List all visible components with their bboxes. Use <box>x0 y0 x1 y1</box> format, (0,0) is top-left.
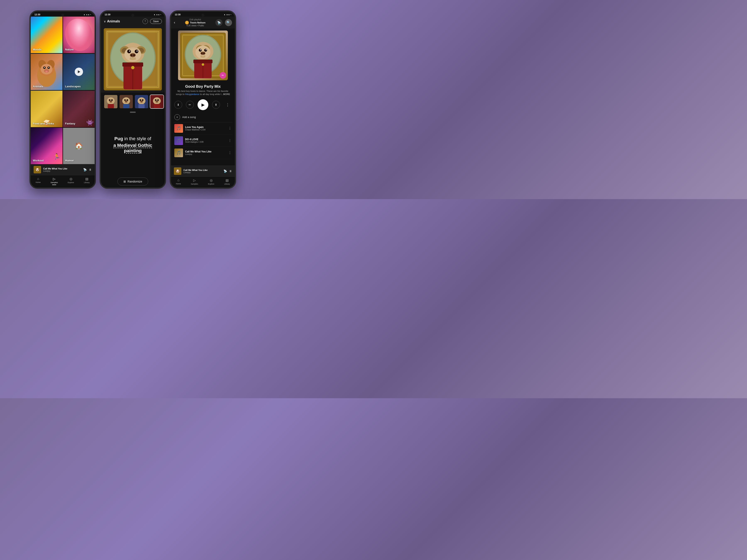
play-button[interactable]: ▶ <box>198 99 208 110</box>
mini-info-1: Call Me What You Like Lovejoy <box>43 167 81 172</box>
svg-point-83 <box>202 63 204 66</box>
home-icon-1: ⌂ <box>37 177 39 181</box>
grid-cell-nature[interactable]: Nature <box>63 17 95 53</box>
creator-avatar: T <box>185 21 189 25</box>
more-button[interactable]: ⋮ <box>224 101 232 109</box>
animals-label: Animals <box>33 85 43 88</box>
style-description: Pug in the style of a Medieval Gothic pa… <box>101 114 165 176</box>
mini-controls-3: 📡 ⏸ <box>224 169 232 173</box>
song-meta-3: Lovejoy <box>185 153 226 155</box>
randomize-label: Randomize <box>128 180 143 183</box>
svg-rect-42 <box>108 104 114 108</box>
chevron-down-icon[interactable]: ∨ <box>104 20 106 23</box>
edit-fab[interactable]: ✏ <box>220 72 226 79</box>
svg-point-8 <box>48 67 49 68</box>
song-more-1[interactable]: ⋮ <box>228 126 232 130</box>
humor-emoji: 🏠 <box>75 142 83 150</box>
playlist-description: My best boy loves to dance. These are hi… <box>174 89 232 96</box>
main-pug-container <box>101 26 165 92</box>
nav-explore-3[interactable]: ◎ Explore <box>208 178 214 185</box>
grid-cell-workout[interactable]: 🏃 Workout <box>31 128 62 164</box>
creator-meta: 4.1K views • Public <box>186 25 204 27</box>
song-row-1[interactable]: 🎵 Love You Again Chase Matthew • 2:54 ⋮ <box>174 123 232 135</box>
cast-icon-1[interactable]: 📡 <box>83 168 87 171</box>
song-list: + Add a song 🎵 Love You Again Chase Matt… <box>171 112 235 165</box>
back-button[interactable]: ‹ <box>174 20 175 25</box>
mini-title-1: Call Me What You Like <box>43 167 81 170</box>
grid-cell-food[interactable]: 🥪 Food and Drinks <box>31 91 62 127</box>
search-button-3[interactable]: 🔍 <box>225 19 232 26</box>
library-icon-1: ▤ <box>85 177 88 181</box>
svg-point-32 <box>129 58 136 60</box>
wifi-icon-2: ▲ <box>154 14 155 16</box>
home-label-1: Home <box>36 181 41 183</box>
mini-player-1[interactable]: 🐶 Call Me What You Like Lovejoy 📡 ⏸ <box>31 164 95 175</box>
camera-notch-3 <box>202 14 204 17</box>
song-more-2[interactable]: ⋮ <box>228 138 232 142</box>
more-link[interactable]: MORE <box>223 93 230 96</box>
song-row-2[interactable]: 🎵 DO 4 LOVE Snoh Aalegra • 3:09 ⋮ <box>174 135 232 147</box>
grid-cell-animals[interactable]: Animals <box>31 54 62 90</box>
grid-cell-moods[interactable]: Moods <box>31 17 62 53</box>
thumbnail-3[interactable] <box>134 95 149 109</box>
share-icon: ⬆ <box>215 103 217 106</box>
play-icon: ▶ <box>202 102 205 107</box>
nav-home-3[interactable]: ⌂ Home <box>176 178 181 185</box>
thumbnail-1[interactable] <box>104 95 118 109</box>
thumb-bg-4 <box>150 95 163 108</box>
share-button[interactable]: ⬆ <box>212 101 220 109</box>
song-more-3[interactable]: ⋮ <box>228 151 232 155</box>
pause-icon-1[interactable]: ⏸ <box>89 168 92 171</box>
fantasy-emoji: 👾 <box>86 119 94 126</box>
thumbnail-4[interactable] <box>150 95 164 109</box>
mini-info-3: Call Me What You Like Lovejoy <box>183 169 222 174</box>
cast-button-3[interactable]: 📡 <box>215 19 223 26</box>
save-button[interactable]: Save <box>150 19 162 24</box>
svg-point-10 <box>45 71 48 72</box>
view-count: 4.1K views <box>186 25 197 27</box>
nav-library-3[interactable]: ▤ Library <box>224 178 230 185</box>
moods-bg <box>31 17 62 53</box>
nav-explore-1[interactable]: ◎ Explore <box>68 177 74 185</box>
pause-icon-3[interactable]: ⏸ <box>229 169 232 173</box>
grid-cell-fantasy[interactable]: 👾 Fantasy <box>63 91 95 127</box>
library-label-1: Library <box>84 182 90 184</box>
grid-cell-landscapes[interactable]: Landscapes <box>63 54 95 90</box>
help-button[interactable]: ? <box>143 19 148 24</box>
svg-point-72 <box>199 49 202 52</box>
nav-samples-3[interactable]: ▷ Samples <box>191 178 198 185</box>
header-left-2: ∨ Animals <box>104 20 120 23</box>
animals-illustration <box>31 54 62 90</box>
svg-rect-60 <box>154 104 160 108</box>
phone-3: 12:30 ▲ ▲▲ ▪ ‹ Edit playlist T Travis Ne… <box>170 10 236 189</box>
mini-player-3[interactable]: 🐶 Call Me What You Like Lovejoy 📡 ⏸ <box>171 165 235 177</box>
randomize-button[interactable]: ⊞ Randomize <box>118 178 148 185</box>
svg-point-4 <box>41 64 52 75</box>
svg-point-24 <box>135 50 138 53</box>
svg-point-73 <box>204 49 207 52</box>
svg-point-52 <box>142 99 144 101</box>
song-row-3[interactable]: 🎵 Call Me What You Like Lovejoy ⋮ <box>174 147 232 159</box>
svg-point-23 <box>127 50 131 53</box>
download-button[interactable]: ⬇ <box>174 101 182 109</box>
svg-point-41 <box>109 101 112 103</box>
mini-controls-1: 📡 ⏸ <box>83 168 92 171</box>
grid-cell-humor[interactable]: 🏠 Humor <box>63 128 95 164</box>
thumb-bg-1 <box>104 95 118 108</box>
cast-icon-3[interactable]: 📡 <box>224 169 227 173</box>
nav-samples-1[interactable]: ▷ Samples <box>51 177 58 185</box>
svg-point-74 <box>200 49 201 50</box>
workout-label: Workout <box>33 159 44 162</box>
pug-painting-svg <box>104 28 162 90</box>
nav-library-1[interactable]: ▤ Library <box>84 177 90 185</box>
thumbnail-strip <box>101 92 165 111</box>
add-song-row[interactable]: + Add a song <box>174 112 232 123</box>
svg-point-36 <box>131 66 134 69</box>
edit-button[interactable]: ✏ <box>186 101 194 109</box>
nav-home-1[interactable]: ⌂ Home <box>36 177 41 185</box>
mini-thumb-3: 🐶 <box>174 167 181 175</box>
thumbnail-2[interactable] <box>119 95 133 109</box>
nature-label: Nature <box>65 48 74 51</box>
svg-point-7 <box>44 67 45 68</box>
hashtag-link[interactable]: #doggiedance <box>185 93 199 96</box>
